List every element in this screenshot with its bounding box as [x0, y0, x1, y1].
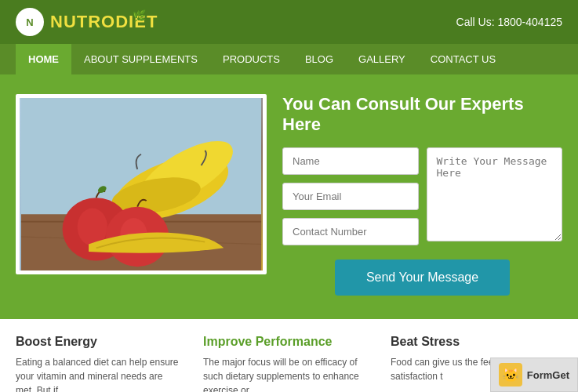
nav-blog[interactable]: BLOG: [293, 44, 346, 74]
nav-about[interactable]: ABOUT SUPPLEMENTS: [71, 44, 210, 74]
form-section: You Can Consult Our Experts Here Send Yo…: [282, 94, 562, 296]
nav-products[interactable]: PRODUCTS: [210, 44, 293, 74]
nav-gallery[interactable]: GALLERY: [346, 44, 418, 74]
nav-contact[interactable]: CONTACT US: [418, 44, 508, 74]
main-section: You Can Consult Our Experts Here Send Yo…: [0, 74, 578, 319]
leaf-icon: 🌿: [133, 9, 146, 22]
logo: N NUTRODIET 🌿: [16, 8, 177, 36]
email-input[interactable]: [282, 183, 419, 210]
send-button-wrapper: Send Your Message: [282, 256, 562, 296]
energy-title: Boost Energy: [16, 335, 180, 349]
nav-home[interactable]: HOME: [16, 44, 71, 74]
form-title: You Can Consult Our Experts Here: [282, 94, 562, 135]
bottom-col-energy: Boost Energy Eating a balanced diet can …: [16, 335, 187, 392]
logo-text-nutro: NUTRO: [50, 12, 115, 31]
performance-title: Improve Performance: [203, 335, 367, 349]
logo-icon: N: [16, 8, 44, 36]
form-inputs-area: [282, 147, 562, 245]
send-button[interactable]: Send Your Message: [335, 260, 510, 296]
header: N NUTRODIET 🌿 Call Us: 1800-404125: [0, 0, 578, 44]
contact-input[interactable]: [282, 218, 419, 245]
bottom-col-performance: Improve Performance The major focus will…: [203, 335, 375, 392]
energy-text: Eating a balanced diet can help ensure y…: [16, 355, 180, 392]
main-nav: HOME ABOUT SUPPLEMENTS PRODUCTS BLOG GAL…: [0, 44, 578, 74]
call-us-text: Call Us: 1800-404125: [456, 16, 562, 28]
performance-text: The major focus will be on efficacy of s…: [203, 355, 367, 392]
name-input[interactable]: [282, 147, 419, 175]
form-left: [282, 147, 419, 245]
fruit-image: [16, 94, 267, 274]
formget-badge[interactable]: 🐱 FormGet: [490, 358, 578, 392]
form-right: [427, 147, 563, 245]
formget-mascot-icon: 🐱: [499, 363, 522, 387]
stress-title: Beat Stress: [391, 335, 554, 349]
formget-label: FormGet: [527, 369, 569, 381]
message-textarea[interactable]: [427, 147, 563, 241]
